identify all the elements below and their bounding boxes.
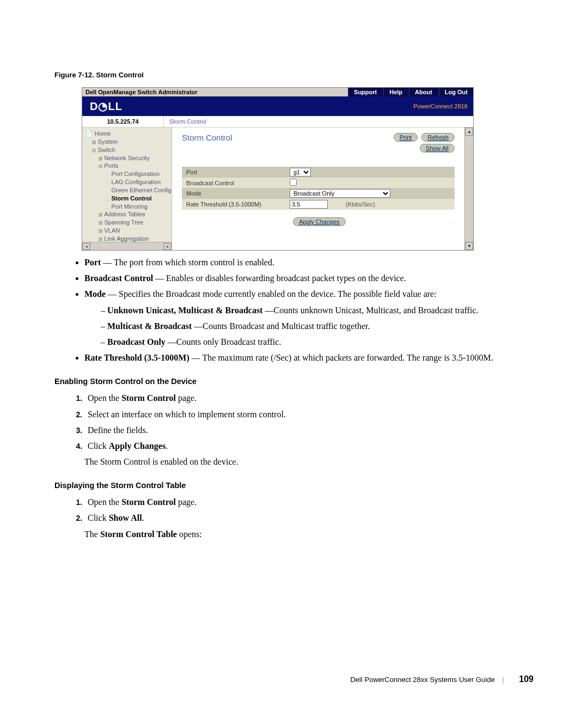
step1-2: Select an interface on which to implemen… — [84, 408, 534, 421]
main-panel: Storm Control Print Refresh Show All Por… — [172, 127, 464, 250]
dash-multicast: Multicast & Broadcast —Counts Broadcast … — [101, 320, 534, 332]
form-row-broadcast: Broadcast Control — [182, 178, 455, 188]
bullet-broadcast: Broadcast Control — Enables or disables … — [84, 272, 534, 284]
broadcast-control-label: Broadcast Control — [182, 178, 285, 188]
figure-caption: Figure 7-12. Storm Control — [54, 71, 534, 79]
mode-select[interactable]: Broadcast Only — [290, 189, 390, 198]
footer-separator: | — [502, 675, 504, 684]
tree-address-tables[interactable]: Address Tables — [84, 210, 171, 218]
step2-1: Open the Storm Control page. — [84, 496, 534, 508]
tree-ports[interactable]: Ports — [84, 162, 171, 170]
content-body: 📄 Home System Switch Network Security Po… — [82, 127, 473, 250]
mode-label: Mode — [182, 188, 285, 198]
show-all-button[interactable]: Show All — [420, 144, 455, 153]
step1-4: Click Apply Changes. — [84, 440, 534, 452]
dash-unknown: Unknown Unicast, Multicast & Broadcast —… — [101, 304, 534, 317]
dash-broadcast-only: Broadcast Only —Counts only Broadcast tr… — [101, 336, 534, 348]
action-buttons: Print Refresh Show All — [391, 133, 455, 153]
refresh-button[interactable]: Refresh — [421, 133, 455, 142]
tree-scrollbar[interactable]: ◂ ▸ — [82, 242, 171, 250]
port-select[interactable]: g1 — [290, 168, 311, 176]
top-nav: Support Help About Log Out — [348, 88, 473, 96]
step2-2: Click Show All. — [84, 512, 534, 524]
scroll-up-icon[interactable]: ▴ — [465, 127, 473, 136]
breadcrumb: Storm Control — [164, 116, 212, 127]
rate-units: (Kbits/Sec) — [346, 201, 375, 208]
doc-body: Port — The port from which storm control… — [54, 256, 534, 540]
form-row-rate: Rate Threshold (3.5-1000M) (Kbits/Sec) — [182, 199, 455, 210]
section-displaying: Displaying the Storm Control Table — [54, 480, 534, 491]
topbar: Dell OpenManage Switch Administrator Sup… — [82, 88, 473, 116]
page-footer: Dell PowerConnect 28xx Systems User Guid… — [350, 674, 534, 684]
step1-3: Define the fields. — [84, 424, 534, 436]
dell-logo: D◔LL — [82, 96, 130, 116]
bullet-mode: Mode — Specifies the Broadcast mode curr… — [84, 288, 534, 348]
storm-control-form: Port g1 Broadcast Control — [182, 167, 455, 210]
tree-switch[interactable]: Switch — [84, 146, 171, 154]
bullet-rate: Rate Threshold (3.5-1000M) — The maximum… — [84, 351, 534, 364]
form-row-mode: Mode Broadcast Only — [182, 188, 455, 199]
tree-system[interactable]: System — [84, 138, 171, 146]
step1-result: The Storm Control is enabled on the devi… — [84, 455, 534, 468]
tree-green-ethernet[interactable]: Green Ethernet Configurati — [84, 186, 171, 194]
tree-network-security[interactable]: Network Security — [84, 154, 171, 162]
apply-changes-button[interactable]: Apply Changes — [293, 217, 346, 226]
broadcast-control-checkbox[interactable] — [290, 179, 297, 186]
rate-threshold-label: Rate Threshold (3.5-1000M) — [182, 199, 285, 209]
tree-lag-config[interactable]: LAG Configuration — [84, 178, 171, 186]
bullet-port: Port — The port from which storm control… — [84, 256, 534, 269]
device-ip: 10.5.225.74 — [82, 116, 164, 127]
nav-support[interactable]: Support — [348, 88, 382, 96]
admin-ui-screenshot: Dell OpenManage Switch Administrator Sup… — [82, 87, 474, 251]
sub-header: 10.5.225.74 Storm Control — [82, 116, 473, 127]
main-scrollbar[interactable]: ▴ ▾ — [464, 127, 473, 250]
tree-port-mirroring[interactable]: Port Mirroring — [84, 203, 171, 211]
footer-page-number: 109 — [519, 674, 534, 684]
tree-vlan[interactable]: VLAN — [84, 227, 171, 235]
nav-about[interactable]: About — [409, 88, 438, 96]
tree-home[interactable]: 📄 Home — [84, 130, 171, 138]
scroll-left-icon[interactable]: ◂ — [82, 243, 90, 250]
nav-tree[interactable]: 📄 Home System Switch Network Security Po… — [82, 127, 172, 250]
window-title: Dell OpenManage Switch Administrator — [82, 88, 348, 96]
rate-threshold-input[interactable] — [290, 200, 328, 209]
scroll-down-icon[interactable]: ▾ — [465, 242, 473, 250]
nav-logout[interactable]: Log Out — [439, 88, 473, 96]
port-label: Port — [182, 167, 285, 177]
tree-storm-control[interactable]: Storm Control — [84, 194, 171, 203]
nav-help[interactable]: Help — [383, 88, 408, 96]
step1-1: Open the Storm Control page. — [84, 392, 534, 404]
scroll-right-icon[interactable]: ▸ — [163, 243, 171, 250]
step2-result: The Storm Control Table opens: — [84, 528, 534, 540]
print-button[interactable]: Print — [394, 133, 418, 142]
device-model: PowerConnect 2816 — [413, 103, 473, 109]
tree-spanning-tree[interactable]: Spanning Tree — [84, 218, 171, 227]
footer-guide: Dell PowerConnect 28xx Systems User Guid… — [350, 675, 494, 684]
section-enabling: Enabling Storm Control on the Device — [54, 376, 534, 387]
form-row-port: Port g1 — [182, 167, 455, 178]
tree-port-config[interactable]: Port Configuration — [84, 170, 171, 178]
